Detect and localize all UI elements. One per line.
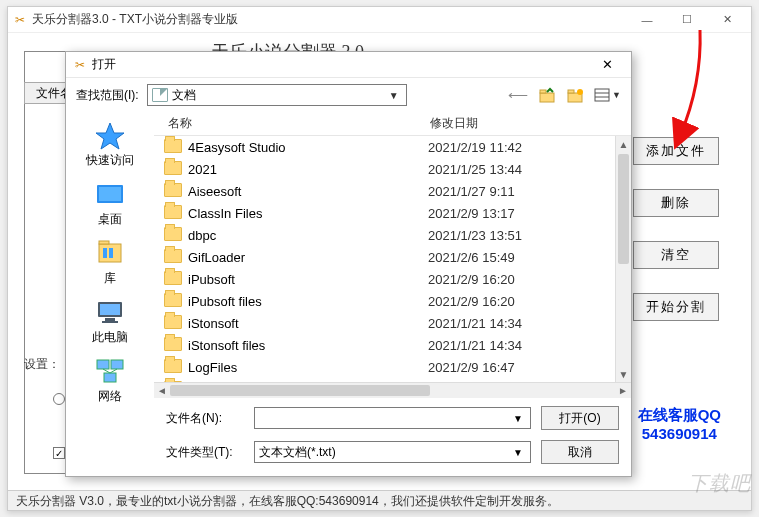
file-date: 2021/2/19 11:42 bbox=[428, 140, 615, 155]
place-desktop[interactable]: 桌面 bbox=[72, 175, 148, 232]
folder-icon bbox=[164, 337, 182, 353]
add-file-button[interactable]: 添加文件 bbox=[633, 137, 719, 165]
list-item[interactable]: Aiseesoft2021/1/27 9:11 bbox=[154, 180, 615, 202]
list-item[interactable]: ClassIn Files2021/2/9 13:17 bbox=[154, 202, 615, 224]
filename-input[interactable]: ▼ bbox=[254, 407, 531, 429]
start-split-button[interactable]: 开始分割 bbox=[633, 293, 719, 321]
svg-rect-21 bbox=[104, 373, 116, 382]
nav-icons: ⟵ ▼ bbox=[508, 87, 621, 103]
file-name: ClassIn Files bbox=[188, 206, 428, 221]
nav-back-icon[interactable]: ⟵ bbox=[508, 87, 528, 103]
header-name[interactable]: 名称 bbox=[164, 115, 426, 132]
scroll-left-icon[interactable]: ◄ bbox=[154, 383, 170, 398]
output-radio[interactable] bbox=[53, 393, 65, 405]
file-name: iStonsoft bbox=[188, 316, 428, 331]
file-name: LogFiles bbox=[188, 360, 428, 375]
documents-icon bbox=[152, 88, 168, 102]
file-date: 2021/1/23 13:51 bbox=[428, 228, 615, 243]
file-date: 2021/2/6 15:49 bbox=[428, 250, 615, 265]
nav-new-folder-icon[interactable] bbox=[566, 87, 584, 103]
svg-point-4 bbox=[577, 89, 583, 95]
settings-label: 设置： bbox=[24, 356, 60, 373]
scroll-thumb[interactable] bbox=[618, 154, 629, 264]
file-name: GifLoader bbox=[188, 250, 428, 265]
open-dialog: ✂ 打开 ✕ 查找范围(I): 文档 ▼ ⟵ ▼ 快速访问桌面库此电脑网络 bbox=[65, 51, 632, 477]
file-date: 2021/2/9 13:17 bbox=[428, 206, 615, 221]
list-item[interactable]: 20212021/1/25 13:44 bbox=[154, 158, 615, 180]
file-name: Aiseesoft bbox=[188, 184, 428, 199]
filetype-select[interactable]: 文本文档(*.txt) ▼ bbox=[254, 441, 531, 463]
lookup-row: 查找范围(I): 文档 ▼ ⟵ ▼ bbox=[66, 78, 631, 112]
svg-rect-16 bbox=[100, 304, 120, 315]
file-name: iPubsoft bbox=[188, 272, 428, 287]
list-item[interactable]: iStonsoft files2021/1/21 14:34 bbox=[154, 334, 615, 356]
dialog-footer: 文件名(N): ▼ 打开(O) 文件类型(T): 文本文档(*.txt) ▼ 取… bbox=[66, 398, 631, 476]
file-date: 2021/1/27 9:11 bbox=[428, 184, 615, 199]
place-quick[interactable]: 快速访问 bbox=[72, 116, 148, 173]
list-item[interactable]: iPubsoft files2021/2/9 16:20 bbox=[154, 290, 615, 312]
scissors-icon: ✂ bbox=[72, 57, 88, 73]
desktop-icon bbox=[93, 179, 127, 209]
quick-icon bbox=[93, 120, 127, 150]
list-item[interactable]: 4Easysoft Studio2021/2/19 11:42 bbox=[154, 136, 615, 158]
window-controls: ― ☐ ✕ bbox=[627, 7, 747, 33]
file-date: 2021/1/16 15:00 bbox=[428, 382, 615, 383]
header-date[interactable]: 修改日期 bbox=[426, 115, 631, 132]
clear-button[interactable]: 清空 bbox=[633, 241, 719, 269]
app-icon: ✂ bbox=[12, 12, 28, 28]
place-libraries[interactable]: 库 bbox=[72, 234, 148, 291]
svg-line-22 bbox=[103, 369, 110, 373]
close-button[interactable]: ✕ bbox=[707, 7, 747, 33]
svg-rect-1 bbox=[540, 90, 546, 93]
libraries-icon bbox=[93, 238, 127, 268]
folder-icon bbox=[164, 359, 182, 375]
file-date: 2021/1/21 14:34 bbox=[428, 338, 615, 353]
file-name: iPubsoft files bbox=[188, 294, 428, 309]
svg-rect-5 bbox=[595, 89, 609, 101]
horizontal-scrollbar[interactable]: ◄ ► bbox=[154, 382, 631, 398]
list-item[interactable]: dbpc2021/1/23 13:51 bbox=[154, 224, 615, 246]
open-button[interactable]: 打开(O) bbox=[541, 406, 619, 430]
scroll-right-icon[interactable]: ► bbox=[615, 383, 631, 398]
maximize-button[interactable]: ☐ bbox=[667, 7, 707, 33]
delete-button[interactable]: 删除 bbox=[633, 189, 719, 217]
svg-rect-12 bbox=[99, 241, 109, 244]
vertical-scrollbar[interactable]: ▲ ▼ bbox=[615, 136, 631, 382]
list-item[interactable]: LogFiles2021/2/9 16:47 bbox=[154, 356, 615, 378]
filetype-value: 文本文档(*.txt) bbox=[259, 444, 336, 461]
filetype-label: 文件类型(T): bbox=[166, 444, 244, 461]
list-item[interactable]: iStonsoft2021/1/21 14:34 bbox=[154, 312, 615, 334]
svg-rect-0 bbox=[540, 93, 554, 102]
hscroll-thumb[interactable] bbox=[170, 385, 430, 396]
folder-icon bbox=[164, 271, 182, 287]
place-label: 桌面 bbox=[98, 211, 122, 228]
list-item[interactable]: GifLoader2021/2/6 15:49 bbox=[154, 246, 615, 268]
lookup-combo[interactable]: 文档 ▼ bbox=[147, 84, 407, 106]
cancel-button[interactable]: 取消 bbox=[541, 440, 619, 464]
status-bar: 天乐分割器 V3.0，最专业的txt小说分割器，在线客服QQ:543690914… bbox=[8, 490, 751, 510]
svg-rect-20 bbox=[111, 360, 123, 369]
lookup-value: 文档 bbox=[172, 87, 196, 104]
qq-label: 在线客服QQ bbox=[638, 406, 721, 425]
places-bar: 快速访问桌面库此电脑网络 bbox=[66, 112, 154, 398]
svg-rect-19 bbox=[97, 360, 109, 369]
place-thispc[interactable]: 此电脑 bbox=[72, 293, 148, 350]
option-checkbox[interactable]: ✓ bbox=[53, 447, 65, 459]
nav-view-icon[interactable]: ▼ bbox=[594, 88, 621, 102]
list-item[interactable]: My Backups2021/1/16 15:00 bbox=[154, 378, 615, 382]
file-name: 2021 bbox=[188, 162, 428, 177]
svg-rect-3 bbox=[568, 90, 574, 93]
svg-marker-8 bbox=[96, 123, 124, 149]
filename-label: 文件名(N): bbox=[166, 410, 244, 427]
dialog-close-button[interactable]: ✕ bbox=[589, 54, 625, 76]
place-label: 快速访问 bbox=[86, 152, 134, 169]
minimize-button[interactable]: ― bbox=[627, 7, 667, 33]
dialog-title: 打开 bbox=[92, 56, 116, 73]
scroll-up-icon[interactable]: ▲ bbox=[616, 136, 631, 152]
list-item[interactable]: iPubsoft2021/2/9 16:20 bbox=[154, 268, 615, 290]
nav-up-icon[interactable] bbox=[538, 87, 556, 103]
folder-icon bbox=[164, 205, 182, 221]
main-titlebar[interactable]: ✂ 天乐分割器3.0 - TXT小说分割器专业版 ― ☐ ✕ bbox=[8, 7, 751, 33]
scroll-down-icon[interactable]: ▼ bbox=[616, 366, 631, 382]
dialog-titlebar[interactable]: ✂ 打开 ✕ bbox=[66, 52, 631, 78]
